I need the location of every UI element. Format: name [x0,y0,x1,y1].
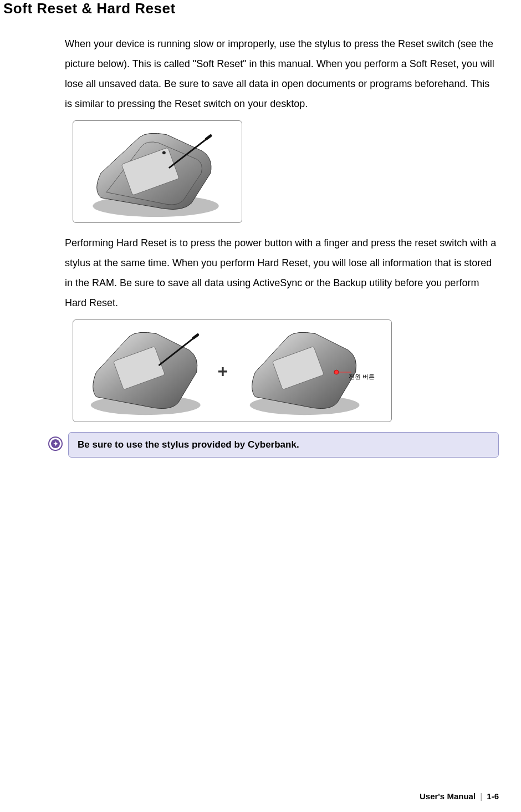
figure-soft-reset [73,120,242,223]
hard-reset-illustration [73,320,391,422]
plus-icon: + [217,361,228,381]
soft-reset-illustration [73,121,242,222]
page-title: Soft Reset & Hard Reset [3,0,521,17]
paragraph-hard-reset: Performing Hard Reset is to press the po… [65,233,499,313]
callout-text: Be sure to use the stylus provided by Cy… [68,432,499,458]
svg-line-8 [193,335,198,338]
footer-label: User's Manual [420,791,476,801]
svg-point-11 [334,370,339,374]
page-footer: User's Manual | 1-6 [420,791,499,801]
power-button-label: 전원 버튼 [349,373,375,381]
callout-note: ✦ Be sure to use the stylus provided by … [48,432,499,458]
tip-icon: ✦ [48,437,63,451]
paragraph-soft-reset: When your device is running slow or impr… [65,34,499,114]
figure-hard-reset: + 전원 버튼 [73,319,392,422]
svg-line-4 [206,136,211,139]
footer-page-number: 1-6 [487,791,499,801]
footer-divider: | [480,791,482,801]
main-content: When your device is running slow or impr… [65,34,499,458]
svg-point-2 [162,151,166,154]
